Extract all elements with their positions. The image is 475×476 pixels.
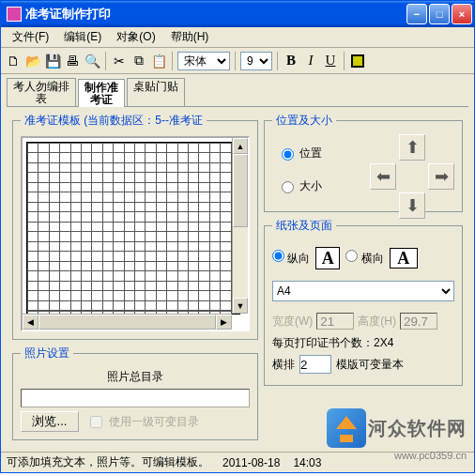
font-select[interactable]: 宋体 [177,52,230,70]
landscape-icon: A [390,248,418,269]
scroll-thumb[interactable] [233,154,248,227]
hpai-row: 横排 模版可变量本 [272,355,454,374]
preview-icon[interactable]: 🔍 [84,53,100,69]
titlebar: 准考证制作打印 − □ × [1,1,474,27]
scroll-left-icon[interactable]: ◀ [23,315,38,330]
scroll-down-icon[interactable]: ▼ [233,298,248,314]
cut-icon[interactable]: ✂ [111,53,128,69]
scroll-up-icon[interactable]: ▲ [233,138,248,154]
underline-button[interactable]: U [322,53,339,69]
tabs: 考人勿编排 表 制作准 考证 桌贴门贴 [1,74,474,106]
per-page-label: 每页打印证书个数：2X4 [272,335,454,351]
paper-legend: 纸张及页面 [272,218,336,234]
color-button[interactable] [349,53,366,69]
use-var-checkbox-input [90,416,102,428]
close-button[interactable]: × [452,4,472,24]
status-message: 可添加填充文本，照片等。可编辑模板。 [7,454,209,470]
tab-arrangement[interactable]: 考人勿编排 表 [7,78,76,106]
photo-dir-input[interactable] [21,389,250,407]
separator [172,52,173,70]
scrollbar-horizontal[interactable]: ◀ ▶ [23,314,232,330]
separator [235,52,236,70]
arrow-down-button[interactable]: ⬇ [399,192,425,219]
open-icon[interactable]: 📂 [24,53,41,69]
print-icon[interactable]: 🖶 [64,53,81,69]
statusbar: 可添加填充文本，照片等。可编辑模板。 2011-08-18 14:03 [1,452,474,472]
position-legend: 位置及大小 [272,113,336,129]
browse-button[interactable]: 浏览... [21,411,79,432]
bold-button[interactable]: B [283,53,299,69]
right-panel: 位置及大小 位置 大小 ⬆ ⬅ ➡ ⬇ 纸张及页面 纵向 A [264,113,463,446]
left-panel: 准考证模板 (当前数据区：5--准考证 ▲ ▼ ◀ ▶ 照片 [12,113,258,446]
status-time: 14:03 [293,456,321,469]
scroll-right-icon[interactable]: ▶ [216,315,232,330]
separator [344,52,345,70]
template-canvas[interactable]: ▲ ▼ ◀ ▶ [21,136,250,331]
width-input [316,313,354,330]
toolbar: 🗋 📂 💾 🖶 🔍 ✂ ⧉ 📋 宋体 9 B I U [1,48,474,74]
arrow-pad: ⬆ ⬅ ➡ ⬇ [370,134,454,219]
minimize-button[interactable]: − [406,4,427,24]
content-area: 准考证模板 (当前数据区：5--准考证 ▲ ▼ ◀ ▶ 照片 [7,106,468,452]
photo-dir-label: 照片总目录 [21,369,250,385]
height-input [400,313,437,330]
menu-file[interactable]: 文件(F) [5,27,56,47]
position-group: 位置及大小 位置 大小 ⬆ ⬅ ➡ ⬇ [264,113,463,212]
photo-legend: 照片设置 [21,345,73,361]
template-group: 准考证模板 (当前数据区：5--准考证 ▲ ▼ ◀ ▶ [12,113,258,340]
italic-button[interactable]: I [302,53,319,69]
menu-object[interactable]: 对象(O) [109,27,162,47]
template-legend: 准考证模板 (当前数据区：5--准考证 [21,113,207,129]
landscape-radio[interactable]: 横向 [345,250,383,267]
copy-icon[interactable]: ⧉ [130,53,147,69]
arrow-right-button[interactable]: ➡ [428,163,454,190]
hpai-input[interactable] [299,355,331,374]
app-window: 准考证制作打印 − □ × 文件(F) 编辑(E) 对象(O) 帮助(H) 🗋 … [0,0,475,473]
arrow-up-button[interactable]: ⬆ [399,134,425,161]
portrait-icon: A [315,247,340,269]
status-date: 2011-08-18 [222,456,280,469]
menu-edit[interactable]: 编辑(E) [56,27,109,47]
paper-size-select[interactable]: A4 [272,281,454,301]
portrait-radio[interactable]: 纵向 [272,250,310,267]
tab-desk-door[interactable]: 桌贴门贴 [127,78,185,106]
menu-help[interactable]: 帮助(H) [163,27,217,47]
paper-group: 纸张及页面 纵向 A 横向 A A4 宽度(W) 高度(H) 每页打印证书个数：… [264,218,463,386]
window-title: 准考证制作打印 [25,6,405,23]
separator [105,52,106,70]
menubar: 文件(F) 编辑(E) 对象(O) 帮助(H) [1,27,474,48]
use-var-checkbox: 使用一级可变目录 [90,414,199,430]
separator [277,52,278,70]
paste-icon[interactable]: 📋 [150,53,167,69]
scroll-thumb[interactable] [38,315,216,330]
save-icon[interactable]: 💾 [44,53,61,69]
size-select[interactable]: 9 [240,52,272,70]
scrollbar-vertical[interactable]: ▲ ▼ [232,138,248,314]
tab-make-cert[interactable]: 制作准 考证 [78,79,125,107]
dimensions-row: 宽度(W) 高度(H) [272,313,454,330]
orientation-row: 纵向 A 横向 A [272,247,454,269]
photo-group: 照片设置 照片总目录 浏览... 使用一级可变目录 [12,345,258,440]
new-icon[interactable]: 🗋 [5,53,22,69]
template-grid [26,142,240,315]
arrow-left-button[interactable]: ⬅ [370,163,396,190]
maximize-button[interactable]: □ [429,4,450,24]
app-icon [7,7,22,22]
